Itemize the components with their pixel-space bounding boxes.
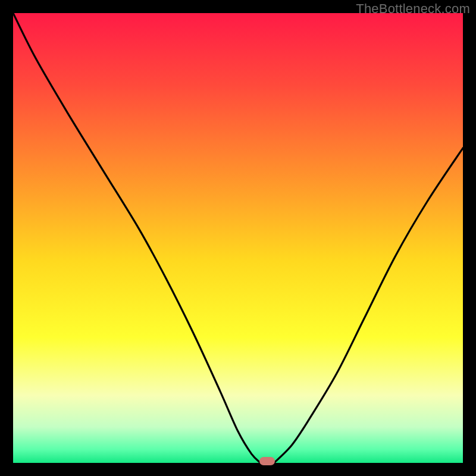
chart-svg [13,13,463,463]
chart-frame: TheBottleneck.com [0,0,476,476]
minimum-marker [259,457,275,465]
gradient-background [13,13,463,463]
watermark-text: TheBottleneck.com [356,1,470,17]
plot-area [13,13,463,463]
